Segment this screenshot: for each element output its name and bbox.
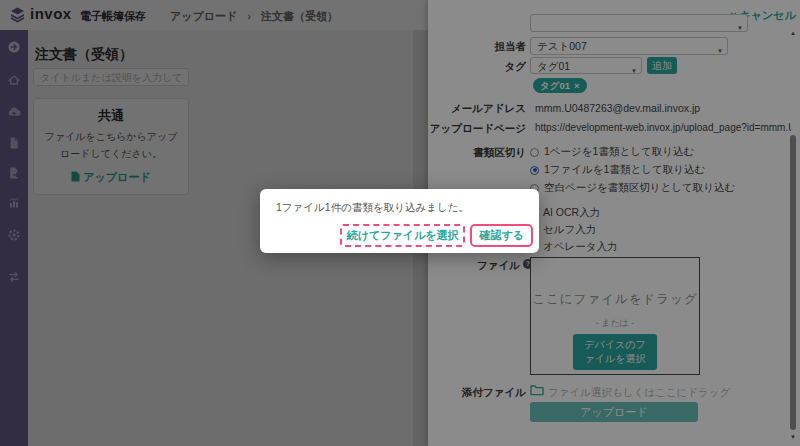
dialog-message: 1ファイル1件の書類を取り込みました。 [276,201,469,215]
import-success-dialog: 1ファイル1件の書類を取り込みました。 続けてファイルを選択 確認する [260,189,539,253]
confirm-button[interactable]: 確認する [470,224,533,247]
dialog-buttons: 続けてファイルを選択 確認する [340,224,533,247]
continue-select-file-button[interactable]: 続けてファイルを選択 [340,224,466,247]
app-window: invox 電子帳簿保存 アップロード › 注文書（受領） [0,0,800,446]
